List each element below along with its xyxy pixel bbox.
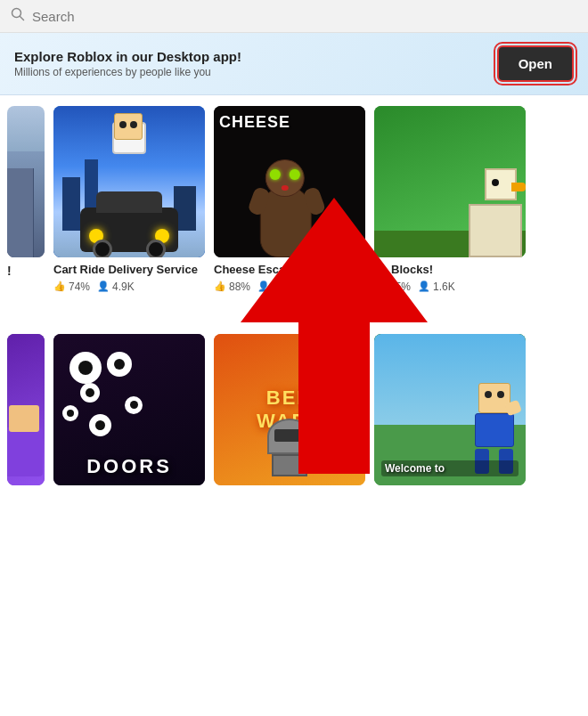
likes-value-cheese: 88% — [229, 281, 250, 293]
game-thumbnail-welcome: Welcome to — [374, 334, 526, 485]
game-card-partial[interactable]: ! — [7, 106, 45, 293]
game-card-partial-2[interactable] — [7, 334, 45, 509]
game-card-cart-ride[interactable]: Cart Ride Delivery Service 👍 74% 👤 4.9K — [53, 106, 205, 293]
games-section-1: ! — [0, 95, 588, 297]
game-thumbnail-doors: DOORS — [53, 334, 205, 485]
svg-line-1 — [20, 17, 24, 20]
games-row-1: ! — [7, 106, 581, 293]
duck-eye — [492, 179, 499, 186]
cheese-label: CHEESE — [219, 113, 290, 132]
likes-value-blocks: 65% — [389, 281, 411, 293]
banner-title: Explore Roblox in our Desktop app! — [14, 49, 241, 64]
game-title-cheese-escape: Cheese Escape [Horror] — [214, 263, 365, 278]
game-thumbnail-partial — [7, 106, 45, 257]
players-value-cart-ride: 4.9K — [112, 281, 135, 293]
search-bar — [0, 0, 588, 33]
game-thumbnail-partial-2 — [7, 334, 45, 485]
players-stat-blocks: 👤 1.6K — [418, 281, 455, 293]
tool-icon: 🔧 — [374, 263, 388, 278]
open-desktop-button[interactable]: Open — [497, 45, 574, 82]
game-card-doors[interactable]: DOORS DOORS — [53, 334, 205, 509]
likes-stat-blocks: 👍 65% — [374, 281, 411, 293]
likes-stat-cart-ride: 👍 74% — [53, 281, 90, 293]
players-stat-cart-ride: 👤 4.9K — [97, 281, 135, 293]
welcome-label: Welcome to — [381, 460, 519, 476]
thumbs-up-icon-blocks: 👍 — [374, 281, 387, 292]
game-stats-cheese-escape: 👍 88% 👤 6.1K — [214, 281, 365, 293]
game-stats-blocks: 👍 65% 👤 1.6K — [374, 281, 526, 293]
likes-stat-cheese: 👍 88% — [214, 281, 250, 293]
search-input[interactable] — [32, 9, 210, 24]
games-section-2: DOORS DOORS BED WARS — [0, 323, 588, 512]
players-value-blocks: 1.6K — [433, 281, 455, 293]
game-thumbnail-blocks — [374, 106, 526, 257]
game-thumbnail-cart-ride — [53, 106, 205, 257]
game-thumbnail-bedwars: BED WARS — [214, 334, 365, 485]
person-icon-blocks: 👤 — [418, 281, 430, 292]
app-banner: Explore Roblox in our Desktop app! Milli… — [0, 33, 588, 95]
game-card-blocks[interactable]: 🔧Blocks! 👍 65% 👤 1.6K — [374, 106, 526, 293]
duck-head — [485, 168, 517, 200]
game-title-blocks: 🔧Blocks! — [374, 263, 526, 278]
search-icon — [11, 7, 25, 25]
game-thumbnail-cheese-escape: CHEESE — [214, 106, 365, 257]
banner-text: Explore Roblox in our Desktop app! Milli… — [14, 49, 241, 78]
duck-body-block — [469, 204, 522, 257]
games-row-2: DOORS DOORS BED WARS — [7, 334, 581, 509]
duck-beak — [511, 183, 526, 191]
game-card-bedwars[interactable]: BED WARS BedWars — [214, 334, 365, 509]
thumbs-up-icon-cheese: 👍 — [214, 281, 226, 292]
game-card-welcome[interactable]: Welcome to Welcome to... — [374, 334, 526, 509]
game-title-partial: ! — [7, 263, 45, 279]
likes-value-cart-ride: 74% — [69, 281, 90, 293]
person-icon-cart: 👤 — [97, 281, 110, 292]
person-icon-cheese: 👤 — [257, 281, 270, 292]
game-stats-cart-ride: 👍 74% 👤 4.9K — [53, 281, 205, 293]
banner-subtitle: Millions of experiences by people like y… — [14, 66, 241, 78]
game-card-cheese-escape[interactable]: CHEESE — [214, 106, 365, 293]
thumbs-up-icon: 👍 — [53, 281, 66, 292]
players-value-cheese: 6.1K — [273, 281, 295, 293]
duck-character — [454, 168, 526, 257]
players-stat-cheese: 👤 6.1K — [257, 281, 295, 293]
game-title-cart-ride: Cart Ride Delivery Service — [53, 263, 205, 278]
main-content: ! — [0, 95, 588, 512]
